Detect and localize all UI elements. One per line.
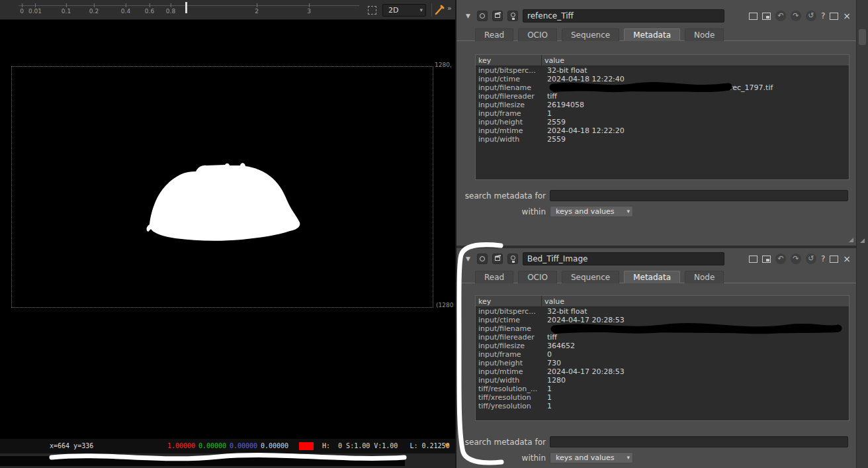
metadata-search-row: search metadata for <box>456 436 856 448</box>
table-row: input/width2559 <box>476 135 849 144</box>
viewer-canvas[interactable]: 1280, (1280 <box>0 20 455 439</box>
tab-sequence[interactable]: Sequence <box>562 271 619 283</box>
tab-node[interactable]: Node <box>685 271 724 283</box>
gain-tick-label: 0.6 <box>145 8 154 15</box>
panel-tabs: Read OCIO Sequence Metadata Node <box>456 269 856 283</box>
key-column-header: key <box>476 296 542 306</box>
float-panel-icon[interactable] <box>749 13 758 20</box>
gain-tick-label: 0.1 <box>62 8 71 15</box>
tab-ocio[interactable]: OCIO <box>518 271 557 283</box>
table-row: input/frame0 <box>476 350 849 359</box>
red-channel-value: 1.00000 <box>167 442 195 449</box>
collapse-toolbar-icon[interactable]: » <box>447 4 452 13</box>
table-row: input/filereadertiff <box>476 333 849 342</box>
nuke-application-window: 0 0.01 0.1 0.2 0.4 0.6 0.8 2 3 2D ▾ » <box>0 0 868 468</box>
pixel-coordinates: x=664 y=336 <box>50 442 93 449</box>
table-row: input/filereadertiff <box>476 92 849 101</box>
metadata-within-row: within keys and values ▾ <box>456 206 856 218</box>
search-label: search metadata for <box>456 436 546 448</box>
green-channel-value: 0.00000 <box>198 442 226 449</box>
toolbar-divider <box>431 3 432 17</box>
table-row: input/filesize364652 <box>476 342 849 350</box>
maximize-panel-icon[interactable] <box>762 13 771 20</box>
undo-icon[interactable]: ↶ <box>775 254 786 264</box>
color-sample-eyedropper-icon[interactable] <box>434 3 446 17</box>
maximize-panel-icon[interactable] <box>762 256 771 263</box>
help-icon[interactable]: ? <box>821 11 825 21</box>
table-row: input/height730 <box>476 359 849 367</box>
tab-read[interactable]: Read <box>475 271 513 283</box>
tab-metadata[interactable]: Metadata <box>624 28 680 41</box>
table-row: input/ctime2024-04-17 20:28:53 <box>476 316 849 324</box>
search-label: search metadata for <box>456 190 546 202</box>
tab-read[interactable]: Read <box>475 28 513 41</box>
collapse-panel-icon[interactable]: ▼ <box>466 256 472 262</box>
table-row: input/height2559 <box>476 118 849 126</box>
metadata-search-row: search metadata for <box>456 190 856 202</box>
lightbulb-icon[interactable] <box>507 254 518 264</box>
splitter-resize-grip[interactable]: ◢ <box>860 237 865 244</box>
blue-channel-value: 0.00000 <box>230 442 257 449</box>
gain-tick-label: 0.8 <box>166 8 175 15</box>
node-name-input[interactable] <box>523 252 724 265</box>
view-mode-value: 2D <box>383 6 398 15</box>
tab-sequence[interactable]: Sequence <box>562 28 619 41</box>
panel-resize-grip[interactable]: ◢ <box>849 237 853 243</box>
float-panel-icon[interactable] <box>749 256 758 263</box>
collapse-panel-icon[interactable]: ▼ <box>466 13 472 19</box>
help-icon[interactable]: ? <box>821 254 825 264</box>
gain-tick-label: 3 <box>307 8 311 15</box>
close-icon[interactable]: × <box>843 254 851 264</box>
gain-tick-label: 0 <box>20 8 24 15</box>
status-dropdown-triangle-icon[interactable]: ▼ <box>445 442 449 449</box>
revert-icon[interactable]: ↺ <box>806 11 816 21</box>
undock-panel-icon[interactable] <box>830 256 838 263</box>
value-column-header: value <box>542 296 849 306</box>
metadata-within-row: within keys and values ▾ <box>456 452 856 464</box>
lightbulb-icon[interactable] <box>507 11 518 21</box>
close-icon[interactable]: × <box>843 11 851 21</box>
undo-icon[interactable]: ↶ <box>775 11 786 21</box>
view-mode-dropdown[interactable]: 2D ▾ <box>382 4 426 17</box>
redo-icon[interactable]: ↷ <box>791 254 801 264</box>
tab-metadata[interactable]: Metadata <box>624 271 680 283</box>
tab-ocio[interactable]: OCIO <box>518 28 557 41</box>
within-dropdown-value: keys and values <box>556 207 614 216</box>
metadata-table-header: key value <box>476 296 849 307</box>
metadata-search-input[interactable] <box>550 436 848 447</box>
within-dropdown[interactable]: keys and values ▾ <box>550 206 633 217</box>
panel-header-actions: ↶ ↷ ↺ ? × <box>749 11 851 21</box>
node-name-input[interactable] <box>523 9 724 23</box>
metadata-table-header: key value <box>476 55 849 66</box>
within-label: within <box>456 206 546 218</box>
gain-slider-handle[interactable] <box>185 2 187 13</box>
alpha-channel-value: 0.00000 <box>261 442 288 449</box>
table-row: input/ctime2024-04-18 12:22:40 <box>476 75 849 83</box>
white-mask-shape <box>147 163 300 240</box>
undock-panel-icon[interactable] <box>830 13 838 20</box>
table-row: input/bitsperc...32-bit float <box>476 307 849 316</box>
table-row: tiff/xresolution1 <box>476 393 849 402</box>
redo-icon[interactable]: ↷ <box>791 11 801 21</box>
clapperboard-icon[interactable] <box>492 254 503 264</box>
node-indicator-icon[interactable] <box>477 254 488 264</box>
tab-node[interactable]: Node <box>685 28 724 41</box>
within-label: within <box>456 452 546 464</box>
panel-header: ▼ ↶ ↷ ↺ ? × <box>456 8 856 24</box>
gain-tick-label: 2 <box>255 8 259 15</box>
table-row: input/width1280 <box>476 376 849 385</box>
panel-header-actions: ↶ ↷ ↺ ? × <box>749 254 851 264</box>
scrollbar-thumb[interactable] <box>859 29 866 45</box>
node-indicator-icon[interactable] <box>477 11 488 21</box>
metadata-search-input[interactable] <box>550 190 848 201</box>
key-column-header: key <box>476 55 542 66</box>
within-dropdown[interactable]: keys and values ▾ <box>550 452 633 463</box>
timeline-track <box>0 456 405 466</box>
roi-icon[interactable] <box>368 6 376 15</box>
right-scrollbar-strip: ◢ <box>856 0 868 468</box>
viewer-toolbar: 0 0.01 0.1 0.2 0.4 0.6 0.8 2 3 2D ▾ » <box>0 0 455 20</box>
clapperboard-icon[interactable] <box>492 11 503 21</box>
table-row: input/frame1 <box>476 109 849 118</box>
table-row: input/filename <box>476 324 849 333</box>
revert-icon[interactable]: ↺ <box>806 254 816 264</box>
